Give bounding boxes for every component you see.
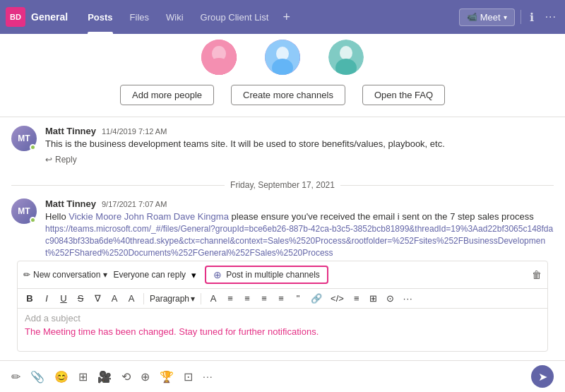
msg-pre-2: Hello [45,211,69,222]
emoji-icon[interactable]: 😊 [54,370,69,384]
paragraph-select[interactable]: Paragraph ▾ [150,294,195,304]
paragraph-label: Paragraph [150,294,189,304]
meet-divider [521,10,521,24]
online-indicator [30,144,36,150]
highlight-button[interactable]: A [108,292,121,305]
underline-button[interactable]: U [57,292,70,305]
decrease-indent-button[interactable]: ≡ [275,292,287,305]
edit-icon: ✏ [23,270,30,280]
avatar-initials: MT [18,133,30,143]
tab-posts[interactable]: Posts [79,0,121,34]
welcome-section: Add more people Create more channels Ope… [0,76,565,117]
compose-wrapper: ✏ New conversation ▾ Everyone can reply … [0,258,565,360]
indent-button[interactable]: ≡ [258,292,270,305]
top-bar: BD General Posts Files Wiki Group Client… [0,0,565,34]
dropdown-chevron: ▾ [103,270,107,280]
new-conversation-dropdown[interactable]: ✏ New conversation ▾ [23,270,107,280]
message-2: MT Matt Tinney 9/17/2021 7:07 AM Hello V… [11,196,554,258]
compose-subject[interactable]: Add a subject [25,313,540,323]
praise-icon[interactable]: 🏆 [160,370,174,384]
tab-group-client-list[interactable]: Group Client List [192,0,278,34]
tabs: Posts Files Wiki Group Client List + [79,0,296,34]
bold-button[interactable]: B [23,292,36,305]
more-options-button[interactable]: ··· [203,371,213,382]
quote-button[interactable]: " [292,292,304,305]
main-area: Add more people Create more channels Ope… [0,34,565,392]
more-toolbar-button[interactable]: ··· [401,292,415,305]
tab-wiki[interactable]: Wiki [157,0,192,34]
code-button[interactable]: </> [328,292,346,305]
date-divider: Friday, September 17, 2021 [11,174,554,196]
new-conversation-label: New conversation [33,270,100,280]
reply-btn-1[interactable]: ↩ Reply [45,153,554,166]
avatar-matt-2: MT [11,198,37,224]
add-tab-button[interactable]: + [277,0,296,34]
post-multi-label: Post in multiple channels [226,270,320,280]
everyone-reply-label: Everyone can reply [113,270,186,280]
more-icon[interactable]: ··· [542,8,559,26]
toolbar-sep-2 [201,293,201,304]
compose-body[interactable]: Add a subject The Meeting time has been … [18,309,547,351]
avatar-2 [265,40,300,75]
message-1: MT Matt Tinney 11/4/2019 7:12 AM This is… [11,123,554,169]
action-button[interactable]: ⊙ [384,292,397,305]
apps-icon[interactable]: ⊞ [78,370,88,384]
msg-link-2[interactable]: https://teams.microsoft.com/_#/files/Gen… [45,223,554,258]
post-multi-icon: ⊕ [213,269,222,280]
create-more-channels-button[interactable]: Create more channels [231,85,345,105]
meet-label: Meet [480,12,501,23]
avatar-initials-2: MT [18,206,30,216]
info-icon[interactable]: ℹ [527,8,537,27]
link-button[interactable]: 🔗 [309,292,324,305]
reply-label-1: Reply [55,155,77,165]
format-text-icon[interactable]: ✏ [11,370,20,384]
attach-icon[interactable]: 📎 [30,370,44,384]
compose-text[interactable]: The Meeting time has been changed. Stay … [25,326,540,337]
schedule-icon[interactable]: ⟲ [121,370,131,384]
align-button[interactable]: ≡ [350,292,363,305]
loop-icon[interactable]: ⊕ [141,370,150,384]
team-name: General [31,11,68,23]
trash-icon[interactable]: 🗑 [532,269,542,280]
meet-button[interactable]: 📹 Meet ▾ [459,8,515,26]
msg-name-1: Matt Tinney [45,126,96,136]
messages-area: MT Matt Tinney 11/4/2019 7:12 AM This is… [0,117,565,258]
send-button[interactable]: ➤ [531,365,554,388]
team-icon: BD [6,7,25,27]
bullet-list-button[interactable]: ≡ [224,292,237,305]
compose-top: ✏ New conversation ▾ Everyone can reply … [18,261,547,289]
msg-name-2: Matt Tinney [45,198,96,209]
message-body-2: Matt Tinney 9/17/2021 7:07 AM Hello Vick… [45,198,554,258]
ordered-list-button[interactable]: ≡ [241,292,254,305]
compose-area: ✏ New conversation ▾ Everyone can reply … [17,261,548,352]
online-indicator-2 [30,217,36,223]
strikethrough-button[interactable]: S [74,292,87,305]
meet-chevron: ▾ [504,13,507,21]
msg-text-1: This is the business development teams s… [45,138,554,150]
bottom-toolbar: ✏ 📎 😊 ⊞ 🎥 ⟲ ⊕ 🏆 ⊡ ··· ➤ [0,360,565,392]
compose-toolbar: B I U S ∇ A A Paragraph ▾ Α ≡ ≡ ≡ ≡ " 🔗 [18,289,547,309]
message-header-2: Matt Tinney 9/17/2021 7:07 AM [45,198,554,209]
message-body-1: Matt Tinney 11/4/2019 7:12 AM This is th… [45,126,554,166]
stream-icon[interactable]: ⊡ [184,370,193,384]
welcome-avatars [0,34,565,76]
font-size-button[interactable]: A [125,292,138,305]
post-multi-channels-button[interactable]: ⊕ Post in multiple channels [205,266,328,284]
add-more-people-button[interactable]: Add more people [120,85,214,105]
msg-mentions-2: Vickie Moore John Roam Dave Kingma [69,211,229,222]
table-button[interactable]: ⊞ [367,292,380,305]
msg-post-2: please ensure you've received the email … [229,211,534,222]
italic-button[interactable]: I [40,292,53,305]
channel-content: Add more people Create more channels Ope… [0,34,565,258]
avatar-1 [201,40,237,75]
send-icon: ➤ [538,370,547,384]
open-faq-button[interactable]: Open the FAQ [362,85,445,105]
more-format-button[interactable]: ∇ [91,292,104,305]
video-icon: 📹 [467,12,477,22]
msg-time-1: 11/4/2019 7:12 AM [102,127,167,136]
date-divider-text: Friday, September 17, 2021 [230,180,335,190]
top-bar-actions: 📹 Meet ▾ ℹ ··· [459,8,559,27]
tab-files[interactable]: Files [121,0,157,34]
format-icon[interactable]: Α [207,292,220,305]
meet-icon[interactable]: 🎥 [97,370,112,384]
